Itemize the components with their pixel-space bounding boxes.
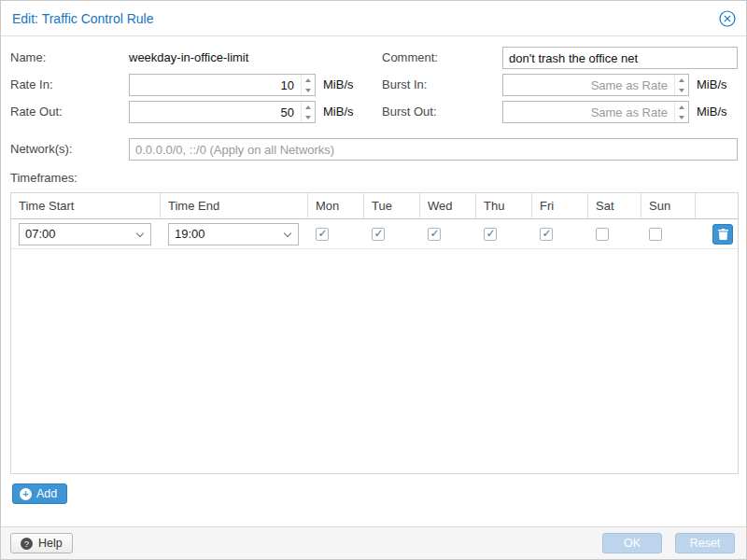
time-start-value: 07:00 (25, 227, 56, 241)
col-header-time-end[interactable]: Time End (161, 193, 308, 218)
col-header-time-start[interactable]: Time Start (11, 193, 161, 218)
burst-in-spin-down-icon[interactable] (674, 85, 688, 95)
rate-in-input[interactable] (129, 74, 316, 96)
dialog-titlebar: Edit: Traffic Control Rule (1, 1, 746, 36)
rate-in-spin-down-icon[interactable] (301, 85, 315, 95)
burst-out-unit: MiB/s (697, 105, 727, 119)
timeframes-table: Time Start Time End Mon Tue Wed Thu Fri … (10, 192, 739, 474)
comment-label: Comment: (382, 50, 438, 64)
table-row[interactable]: 07:00 19:00 (11, 219, 738, 249)
comment-input[interactable] (502, 47, 738, 69)
rate-out-spin-down-icon[interactable] (301, 112, 315, 122)
networks-input[interactable] (129, 138, 738, 161)
col-header-tue[interactable]: Tue (364, 193, 420, 218)
day-checkbox-mon[interactable] (316, 228, 329, 241)
rate-out-spinner (301, 102, 315, 122)
day-checkbox-thu[interactable] (484, 228, 497, 241)
day-checkbox-sun[interactable] (649, 228, 662, 241)
plus-circle-icon: + (20, 488, 32, 500)
col-header-wed[interactable]: Wed (420, 193, 476, 218)
day-checkbox-wed[interactable] (428, 228, 441, 241)
time-start-select[interactable]: 07:00 (19, 223, 151, 245)
col-header-actions (696, 193, 738, 218)
rate-in-spin-up-icon[interactable] (301, 75, 315, 85)
rate-out-input[interactable] (129, 101, 316, 123)
day-checkbox-sat[interactable] (596, 228, 609, 241)
trash-icon (718, 229, 728, 240)
time-end-value: 19:00 (175, 227, 205, 241)
rate-out-label: Rate Out: (10, 105, 63, 119)
rate-in-label: Rate In: (10, 77, 53, 91)
col-header-thu[interactable]: Thu (476, 193, 532, 218)
add-button[interactable]: + Add (12, 483, 67, 504)
table-header: Time Start Time End Mon Tue Wed Thu Fri … (11, 193, 738, 219)
networks-label: Network(s): (10, 142, 72, 156)
col-header-sat[interactable]: Sat (588, 193, 641, 218)
rate-out-spin-up-icon[interactable] (301, 102, 315, 112)
add-button-label: Add (36, 487, 57, 500)
burst-in-spinner (674, 75, 688, 95)
name-label: Name: (10, 50, 46, 64)
page-title: Edit: Traffic Control Rule (12, 11, 153, 26)
delete-row-button[interactable] (712, 224, 733, 245)
dialog-footer: ? Help OK Reset (1, 526, 746, 559)
burst-in-unit: MiB/s (697, 77, 727, 91)
help-icon: ? (21, 538, 33, 550)
rate-in-spinner (301, 75, 315, 95)
burst-out-spin-up-icon[interactable] (674, 102, 688, 112)
day-checkbox-tue[interactable] (372, 228, 385, 241)
burst-out-label: Burst Out: (382, 105, 437, 119)
edit-traffic-control-rule-dialog: Edit: Traffic Control Rule Name: weekday… (0, 0, 747, 560)
burst-in-input[interactable] (502, 74, 689, 96)
help-button-label: Help (38, 537, 63, 550)
name-value: weekday-in-office-limit (129, 50, 248, 64)
help-button[interactable]: ? Help (10, 533, 73, 553)
col-header-fri[interactable]: Fri (532, 193, 588, 218)
timeframes-label: Timeframes: (10, 171, 78, 185)
rate-out-unit: MiB/s (323, 105, 354, 119)
reset-button[interactable]: Reset (675, 533, 735, 553)
chevron-down-icon (284, 229, 291, 236)
ok-button[interactable]: OK (602, 533, 662, 553)
burst-out-spinner (674, 102, 688, 122)
burst-out-spin-down-icon[interactable] (674, 112, 688, 122)
col-header-sun[interactable]: Sun (641, 193, 696, 218)
close-icon[interactable] (719, 10, 736, 27)
chevron-down-icon (136, 229, 144, 236)
burst-in-label: Burst In: (382, 77, 427, 91)
time-end-select[interactable]: 19:00 (168, 223, 299, 245)
burst-in-spin-up-icon[interactable] (674, 75, 688, 85)
col-header-mon[interactable]: Mon (308, 193, 364, 218)
day-checkbox-fri[interactable] (540, 228, 553, 241)
burst-out-input[interactable] (502, 101, 689, 123)
rate-in-unit: MiB/s (323, 77, 354, 91)
